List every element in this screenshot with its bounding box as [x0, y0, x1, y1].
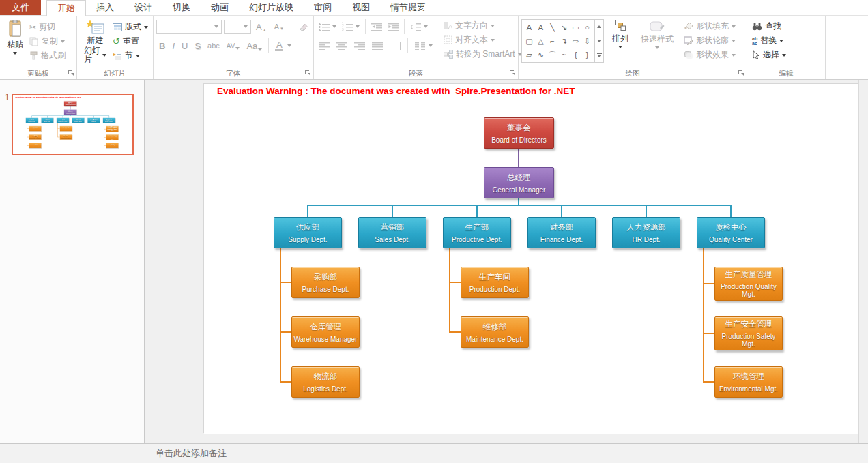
- shape-right-brace[interactable]: }: [581, 48, 593, 61]
- shape-line-arrow[interactable]: ↘: [558, 20, 570, 34]
- org-node-general-manager[interactable]: 总经理General Manager: [484, 167, 554, 198]
- font-dialog-launcher[interactable]: [305, 70, 311, 76]
- shape-freeform[interactable]: ▱: [523, 48, 535, 61]
- org-node-subtitle: General Manager: [493, 186, 546, 194]
- slide-canvas[interactable]: Evaluation Warning : The document was cr…: [203, 83, 858, 433]
- align-center-button[interactable]: [334, 39, 349, 53]
- tab-animations[interactable]: 动画: [201, 0, 239, 15]
- shrink-font-button[interactable]: A▼: [272, 23, 287, 31]
- clipboard-dialog-launcher[interactable]: [68, 70, 74, 76]
- shape-outline-button[interactable]: 形状轮廓: [682, 33, 738, 48]
- shape-oval[interactable]: ○: [581, 20, 593, 34]
- drawing-dialog-launcher[interactable]: [738, 70, 744, 76]
- org-node-warehouse[interactable]: 仓库管理Warehouse Manager: [291, 316, 360, 348]
- strikethrough-button[interactable]: abc: [205, 42, 222, 50]
- org-node-purchase[interactable]: 采购部Purchase Dept.: [291, 267, 360, 298]
- org-node-finance[interactable]: 财务部Finance Dept.: [527, 217, 596, 248]
- bold-glyph: B: [159, 41, 165, 51]
- quick-styles-button[interactable]: 快速样式: [637, 18, 678, 51]
- change-case-button[interactable]: Aa: [244, 41, 265, 51]
- shape-text-box[interactable]: A: [523, 20, 535, 34]
- shape-left-brace[interactable]: {: [570, 48, 581, 61]
- shape-gallery-scroll-down[interactable]: [595, 34, 603, 48]
- section-button[interactable]: 节: [111, 48, 150, 63]
- tab-design[interactable]: 设计: [124, 0, 162, 15]
- underline-button[interactable]: U: [179, 41, 190, 51]
- cut-button[interactable]: ✂ 剪切: [27, 20, 68, 34]
- vertical-scrollbar[interactable]: [858, 80, 868, 443]
- paste-button[interactable]: 粘贴: [3, 18, 27, 57]
- align-text-button[interactable]: 对齐文本: [442, 33, 524, 47]
- italic-button[interactable]: I: [169, 41, 177, 51]
- org-node-production-safety[interactable]: 生产安全管理Production Safety Mgt.: [714, 316, 783, 350]
- org-node-board[interactable]: 董事会Board of Directors: [484, 117, 554, 149]
- numbering-button[interactable]: [340, 20, 362, 34]
- shape-triangle[interactable]: △: [535, 34, 547, 48]
- arrange-button[interactable]: 排列: [608, 18, 633, 50]
- text-direction-button[interactable]: A 文字方向: [442, 18, 524, 33]
- character-spacing-button[interactable]: AV: [224, 42, 243, 50]
- reset-button[interactable]: ↺ 重置: [111, 34, 150, 48]
- justify-button[interactable]: [370, 39, 385, 53]
- org-node-environmental[interactable]: 环境管理Environmental Mgt.: [714, 366, 783, 398]
- shape-line[interactable]: ╲: [547, 20, 558, 34]
- shape-arc[interactable]: ⌒: [547, 48, 558, 61]
- org-node-supply[interactable]: 供应部Supply Dept.: [274, 217, 342, 248]
- shape-elbow-connector[interactable]: ⌐: [547, 34, 558, 48]
- bullets-button[interactable]: [317, 20, 338, 34]
- shape-rectangle[interactable]: ▭: [570, 20, 581, 34]
- tab-storyboard[interactable]: 情节提要: [380, 0, 436, 15]
- org-node-quality-center[interactable]: 质检中心Quality Center: [697, 217, 765, 248]
- font-color-button[interactable]: A: [272, 41, 286, 51]
- org-node-production-quality[interactable]: 生产质量管理Production Quality Mgt.: [714, 267, 783, 301]
- shape-elbow-arrow-connector[interactable]: ↴: [558, 34, 570, 48]
- clear-formatting-button[interactable]: [295, 23, 310, 31]
- format-painter-button[interactable]: 格式刷: [27, 48, 68, 63]
- org-node-maintenance[interactable]: 维修部Maintenance Dept.: [461, 316, 529, 348]
- shape-fill-button[interactable]: 形状填充: [682, 19, 738, 33]
- bold-button[interactable]: B: [156, 41, 168, 51]
- increase-indent-button[interactable]: [386, 20, 401, 34]
- decrease-indent-button[interactable]: [369, 20, 384, 34]
- org-node-sales[interactable]: 营销部Sales Dept.: [358, 217, 426, 248]
- select-button[interactable]: 选择: [750, 48, 788, 62]
- shape-vertical-text-box[interactable]: A: [535, 20, 547, 34]
- org-node-logistics[interactable]: 物流部Logistics Dept.: [291, 366, 360, 398]
- tab-insert[interactable]: 插入: [86, 0, 124, 15]
- shape-gallery-scroll-up[interactable]: [595, 20, 603, 34]
- text-shadow-button[interactable]: S: [192, 41, 203, 51]
- align-right-button[interactable]: [352, 39, 367, 53]
- shape-effects-button[interactable]: 形状效果: [682, 48, 738, 62]
- find-button[interactable]: 查找: [750, 19, 783, 33]
- convert-smartart-button[interactable]: 转换为 SmartArt: [442, 47, 524, 61]
- shape-scribble[interactable]: ∿: [535, 48, 547, 61]
- org-node-hr[interactable]: 人力资源部HR Dept.: [612, 217, 680, 248]
- new-slide-button[interactable]: 新建 幻灯片: [80, 18, 111, 66]
- shape-down-arrow[interactable]: ⇩: [581, 34, 593, 48]
- paragraph-dialog-launcher[interactable]: [510, 70, 516, 76]
- font-name-combobox[interactable]: [156, 20, 222, 34]
- tab-transitions[interactable]: 切换: [162, 0, 201, 15]
- shape-gallery-more-button[interactable]: [595, 48, 603, 62]
- layout-button[interactable]: 版式: [111, 20, 150, 34]
- font-size-combobox[interactable]: [224, 20, 251, 34]
- grow-font-button[interactable]: A▲: [253, 22, 270, 32]
- shape-right-arrow[interactable]: ⇨: [570, 34, 581, 48]
- tab-slideshow[interactable]: 幻灯片放映: [239, 0, 304, 15]
- columns-button[interactable]: [413, 39, 435, 53]
- shape-rounded-rectangle[interactable]: ▢: [523, 34, 535, 48]
- org-node-productive[interactable]: 生产部Productive Dept.: [443, 217, 511, 248]
- notes-pane[interactable]: 单击此处添加备注: [0, 443, 868, 463]
- replace-button[interactable]: ab ac 替换: [750, 33, 785, 48]
- tab-file[interactable]: 文件: [0, 0, 41, 15]
- tab-review[interactable]: 审阅: [304, 0, 342, 15]
- line-spacing-button[interactable]: [408, 20, 430, 34]
- align-left-button[interactable]: [317, 39, 332, 53]
- distributed-button[interactable]: [388, 39, 403, 53]
- org-node-workshop[interactable]: 生产车间Production Dept.: [461, 267, 529, 298]
- slide-thumbnail[interactable]: Evaluation Warning : The document was cr…: [12, 94, 134, 155]
- tab-home[interactable]: 开始: [46, 0, 86, 16]
- copy-button[interactable]: 复制: [27, 34, 68, 48]
- tab-view[interactable]: 视图: [342, 0, 380, 15]
- shape-curve[interactable]: ~: [558, 48, 570, 61]
